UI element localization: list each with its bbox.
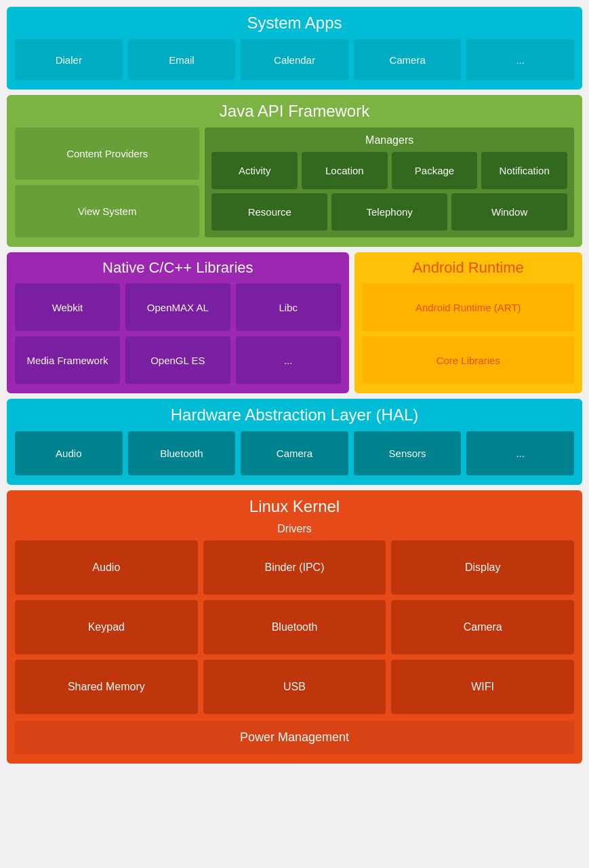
java-api-inner: Content Providers View System Managers A… <box>15 127 574 237</box>
list-item: USB <box>203 660 386 714</box>
kernel-grid: Audio Binder (IPC) Display Keypad Blueto… <box>15 540 574 714</box>
list-item: Camera <box>241 431 348 475</box>
list-item: ... <box>466 431 574 475</box>
system-apps-layer: System Apps Dialer Email Calendar Camera… <box>7 7 582 90</box>
linux-kernel-layer: Linux Kernel Drivers Audio Binder (IPC) … <box>7 490 582 764</box>
list-item: Dialer <box>15 39 123 80</box>
list-item: Webkit <box>15 283 120 331</box>
linux-kernel-title: Linux Kernel <box>15 497 574 516</box>
java-api-layer: Java API Framework Content Providers Vie… <box>7 95 582 247</box>
java-api-title: Java API Framework <box>15 102 574 121</box>
list-item: Binder (IPC) <box>203 540 386 595</box>
list-item: WIFI <box>391 660 574 714</box>
list-item: Camera <box>354 39 462 80</box>
list-item: Camera <box>391 600 574 654</box>
list-item: Audio <box>15 431 123 475</box>
list-item: Shared Memory <box>15 660 198 714</box>
list-item: Calendar <box>241 39 348 80</box>
list-item: OpenMAX AL <box>125 283 230 331</box>
runtime-grid: Android Runtime (ART) Core Libraries <box>363 283 574 384</box>
list-item: Media Framework <box>15 336 120 384</box>
drivers-label: Drivers <box>15 523 574 535</box>
list-item: Package <box>392 152 478 189</box>
list-item: Location <box>302 152 388 189</box>
list-item: ... <box>466 39 574 80</box>
list-item: Sensors <box>354 431 462 475</box>
android-runtime-title: Android Runtime <box>363 259 574 277</box>
list-item: Bluetooth <box>203 600 386 654</box>
art-box: Android Runtime (ART) <box>363 283 574 331</box>
managers-row-1: Activity Location Package Notification <box>211 152 567 189</box>
view-system-box: View System <box>15 185 199 237</box>
list-item: Bluetooth <box>128 431 236 475</box>
list-item: Email <box>128 39 236 80</box>
list-item: ... <box>236 336 341 384</box>
managers-row-2: Resource Telephony Window <box>211 193 567 231</box>
list-item: Libc <box>236 283 341 331</box>
system-apps-grid: Dialer Email Calendar Camera ... <box>15 39 574 80</box>
list-item: Telephony <box>331 193 447 231</box>
list-item: Notification <box>481 152 567 189</box>
managers-section: Managers Activity Location Package Notif… <box>205 127 574 237</box>
middle-row: Native C/C++ Libraries Webkit OpenMAX AL… <box>7 252 582 393</box>
core-libs-box: Core Libraries <box>363 336 574 384</box>
java-left: Content Providers View System <box>15 127 199 237</box>
hal-title: Hardware Abstraction Layer (HAL) <box>15 406 574 425</box>
content-providers-box: Content Providers <box>15 127 199 180</box>
android-runtime-layer: Android Runtime Android Runtime (ART) Co… <box>354 252 582 393</box>
hal-grid: Audio Bluetooth Camera Sensors ... <box>15 431 574 475</box>
list-item: Window <box>451 193 567 231</box>
managers-title: Managers <box>211 134 567 146</box>
list-item: Audio <box>15 540 198 595</box>
power-management-box: Power Management <box>15 721 574 754</box>
native-libs-grid: Webkit OpenMAX AL Libc Media Framework O… <box>15 283 341 384</box>
native-libs-layer: Native C/C++ Libraries Webkit OpenMAX AL… <box>7 252 349 393</box>
list-item: Resource <box>211 193 327 231</box>
list-item: Activity <box>211 152 298 189</box>
system-apps-title: System Apps <box>15 14 574 33</box>
list-item: OpenGL ES <box>125 336 230 384</box>
list-item: Display <box>391 540 574 595</box>
hal-layer: Hardware Abstraction Layer (HAL) Audio B… <box>7 399 582 485</box>
list-item: Keypad <box>15 600 198 654</box>
native-libs-title: Native C/C++ Libraries <box>15 259 341 277</box>
